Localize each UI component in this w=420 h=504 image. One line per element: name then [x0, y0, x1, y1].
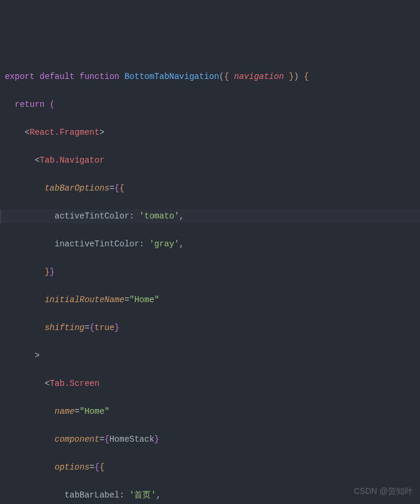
code-line: inactiveTintColor: 'gray',: [0, 237, 420, 252]
code-line: <Tab.Navigator: [0, 154, 420, 168]
code-line: initialRouteName="Home": [0, 293, 420, 308]
code-line: export default function BottomTabNavigat…: [0, 70, 420, 84]
jsx-tag-screen: Tab.Screen: [50, 379, 100, 388]
attr-component: component: [55, 435, 100, 444]
attr-shifting: shifting: [44, 323, 84, 332]
prop-tabBarLabel: tabBarLabel: [65, 490, 119, 500]
watermark-text: CSDN @贺知叶: [354, 484, 413, 499]
code-line: options={{: [0, 461, 420, 475]
code-line: name="Home": [0, 405, 420, 419]
code-line: shifting={true}: [0, 321, 420, 335]
keyword-return: return: [15, 100, 44, 109]
code-line: <React.Fragment>: [0, 126, 420, 140]
code-line: tabBarOptions={{: [0, 182, 420, 196]
prop-inactiveTintColor: inactiveTintColor: [55, 239, 139, 249]
function-name: BottomTabNavigation: [125, 72, 219, 81]
attr-tabBarOptions: tabBarOptions: [44, 183, 109, 193]
code-line: }}: [0, 265, 420, 280]
keyword-function: function: [79, 72, 119, 81]
jsx-tag-fragment: React.Fragment: [30, 128, 100, 137]
param-navigation: navigation: [234, 72, 284, 81]
attr-options: options: [55, 462, 90, 472]
attr-name: name: [55, 407, 75, 416]
code-line: <Tab.Screen: [0, 377, 420, 391]
attr-initialRouteName: initialRouteName: [44, 295, 124, 305]
keyword-true: true: [94, 323, 114, 332]
code-line-highlighted: activeTintColor: 'tomato',: [0, 210, 420, 224]
keyword-export: export: [5, 72, 34, 81]
keyword-default: default: [40, 72, 75, 81]
code-editor[interactable]: export default function BottomTabNavigat…: [0, 56, 420, 504]
code-line: component={HomeStack}: [0, 433, 420, 447]
code-line: >: [0, 349, 420, 363]
prop-activeTintColor: activeTintColor: [55, 211, 129, 221]
code-line: return (: [0, 98, 420, 112]
jsx-tag-navigator: Tab.Navigator: [40, 156, 104, 165]
